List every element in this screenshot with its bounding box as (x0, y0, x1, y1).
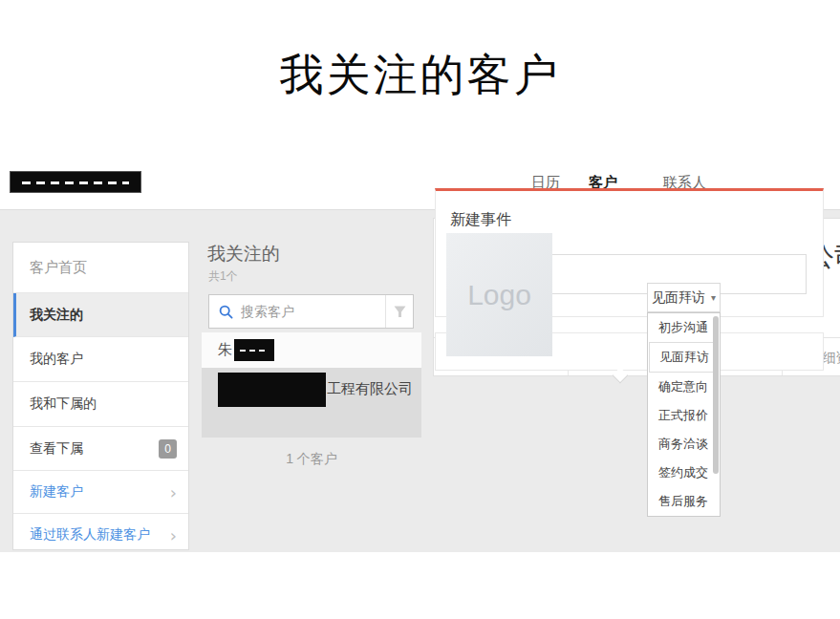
customer-search-box (208, 294, 414, 329)
contact-name-prefix: 朱 (218, 341, 232, 359)
company-name-redacted (218, 373, 326, 407)
sales-stage-dropdown-button[interactable]: 见面拜访 ▾ (647, 283, 721, 312)
dropdown-scrollbar[interactable] (713, 316, 719, 474)
company-name-suffix: 工程有限公司 (327, 380, 413, 398)
stage-button-label: 见面拜访 (652, 289, 705, 307)
stage-option-initial-communication[interactable]: 初步沟通 (648, 313, 720, 342)
filter-button[interactable] (385, 295, 413, 328)
sidebar-item-label: 客户首页 (30, 259, 87, 277)
sidebar-item-new-customer[interactable]: 新建客户 › (13, 471, 188, 514)
chevron-right-icon: › (170, 525, 177, 545)
sidebar-item-my-customers[interactable]: 我的客户 (13, 337, 188, 382)
sidebar-item-my-followed[interactable]: 我关注的 (13, 293, 188, 337)
subordinates-count-badge: 0 (159, 439, 177, 459)
sidebar-item-label: 我和下属的 (30, 395, 97, 413)
stage-option-confirm-intention[interactable]: 确定意向 (648, 373, 720, 401)
customer-sidebar: 客户首页 我关注的 我的客户 我和下属的 查看下属 0 新建客户 › 通过联系人… (12, 242, 189, 550)
search-input[interactable] (241, 304, 365, 319)
sidebar-item-label: 我的客户 (30, 351, 83, 368)
logo-text: Logo (467, 279, 531, 311)
funnel-icon (394, 306, 406, 318)
stage-option-business-negotiation[interactable]: 商务洽谈 (648, 430, 720, 459)
sidebar-item-me-and-subordinates[interactable]: 我和下属的 (13, 382, 188, 427)
sidebar-item-label: 通过联系人新建客户 (30, 526, 150, 544)
stage-option-sign-deal[interactable]: 签约成交 (648, 459, 720, 487)
list-title: 我关注的 (207, 242, 280, 267)
list-item-company-selected[interactable]: 工程有限公司 (202, 368, 421, 438)
search-icon (219, 305, 233, 319)
slide-canvas: 我关注的客户 日历 客户 联系人 客户首页 我关注的 我的客户 我和下属的 (0, 0, 840, 619)
redaction-dash (22, 181, 129, 184)
list-item-contact[interactable]: 朱 (202, 332, 421, 368)
caret-down-icon: ▾ (711, 292, 716, 303)
company-logo-placeholder: Logo (446, 233, 552, 356)
new-event-title: 新建事件 (450, 210, 511, 230)
sidebar-item-view-subordinates[interactable]: 查看下属 0 (13, 427, 188, 471)
sidebar-item-new-customer-from-contact[interactable]: 通过联系人新建客户 › (13, 514, 188, 550)
chevron-right-icon: › (170, 482, 177, 502)
sidebar-item-label: 我关注的 (30, 307, 83, 324)
contact-name-redacted (234, 339, 274, 361)
list-count: 共1个 (208, 268, 238, 285)
sidebar-item-label: 查看下属 (30, 440, 83, 458)
sales-stage-dropdown-menu: 初步沟通 见面拜访 确定意向 正式报价 商务洽谈 签约成交 售后服务 (647, 312, 721, 517)
stage-option-formal-quote[interactable]: 正式报价 (648, 401, 720, 430)
redaction-dash (240, 350, 269, 352)
app-logo-redacted (10, 171, 141, 193)
sidebar-item-customer-home[interactable]: 客户首页 (13, 243, 188, 293)
sidebar-item-label: 新建客户 (30, 483, 83, 501)
stage-option-after-sales[interactable]: 售后服务 (648, 487, 720, 516)
slide-title: 我关注的客户 (0, 46, 840, 105)
stage-option-meet-visit[interactable]: 见面拜访 (649, 342, 716, 373)
list-footer-count: 1 个客户 (202, 451, 421, 468)
